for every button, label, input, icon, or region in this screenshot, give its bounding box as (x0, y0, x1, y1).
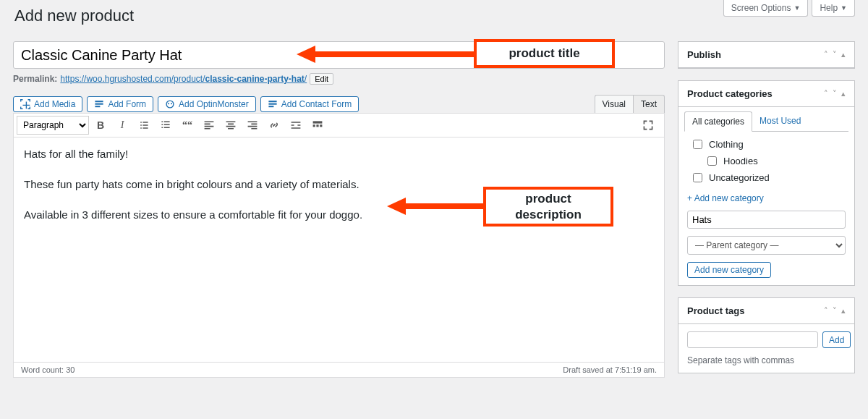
edit-permalink-button[interactable]: Edit (310, 73, 333, 85)
publish-metabox: Publish ˄ ˅ ▴ (678, 41, 855, 69)
link-button[interactable] (264, 116, 284, 135)
add-optinmonster-button[interactable]: Add OptinMonster (158, 96, 256, 112)
content-p3: Available in 3 different sizes to ensure… (24, 207, 654, 223)
product-title-input[interactable] (13, 41, 665, 69)
svg-rect-9 (313, 121, 323, 123)
add-contact-form-button[interactable]: Add Contact Form (260, 96, 359, 112)
more-button[interactable] (286, 116, 306, 135)
svg-rect-6 (268, 101, 276, 102)
tag-input[interactable] (687, 331, 818, 348)
svg-rect-1 (95, 103, 103, 104)
panel-down-icon[interactable]: ˅ (833, 89, 837, 98)
panel-up-icon[interactable]: ˄ (824, 89, 828, 98)
svg-rect-10 (313, 124, 315, 127)
editor-tab-text[interactable]: Text (633, 95, 665, 113)
fullscreen-button[interactable] (638, 116, 658, 135)
add-new-category-link[interactable]: + Add new category (687, 193, 764, 203)
align-right-button[interactable] (242, 116, 263, 135)
permalink-label: Permalink: (13, 74, 57, 84)
tab-all-categories[interactable]: All categories (684, 111, 752, 132)
svg-rect-0 (95, 101, 103, 102)
blockquote-button[interactable]: ““ (177, 116, 197, 135)
help-tab[interactable]: Help ▼ (812, 0, 855, 17)
add-tag-button[interactable]: Add (822, 331, 851, 348)
panel-toggle-icon[interactable]: ▴ (841, 89, 846, 98)
chevron-down-icon: ▼ (841, 4, 847, 12)
category-checkbox[interactable] (693, 173, 702, 182)
permalink-link[interactable]: https://woo.hgrushosted.com/product/clas… (60, 74, 307, 84)
align-center-button[interactable] (221, 116, 241, 135)
content-p2: These fun party hats come in bright colo… (24, 177, 654, 192)
tag-hint: Separate tags with commas (687, 355, 846, 365)
italic-button[interactable]: I (112, 116, 132, 135)
svg-rect-2 (95, 106, 101, 107)
category-checkbox[interactable] (693, 140, 702, 149)
contact-form-icon (268, 99, 278, 109)
tab-most-used[interactable]: Most Used (752, 111, 808, 131)
panel-down-icon[interactable]: ˅ (833, 50, 837, 59)
add-new-category-button[interactable]: Add new category (687, 262, 771, 278)
panel-up-icon[interactable]: ˄ (824, 50, 828, 59)
svg-point-5 (171, 103, 172, 104)
publish-title: Publish (687, 49, 824, 60)
category-item[interactable]: Clothing (690, 137, 846, 151)
panel-down-icon[interactable]: ˅ (833, 306, 837, 316)
add-form-button[interactable]: Add Form (87, 96, 153, 112)
new-category-input[interactable] (687, 211, 846, 229)
chevron-down-icon: ▼ (793, 4, 800, 12)
content-p1: Hats for all the family! (24, 146, 654, 162)
optinmonster-icon (165, 99, 175, 109)
product-description-editor[interactable]: Hats for all the family! These fun party… (14, 137, 664, 362)
panel-toggle-icon[interactable]: ▴ (841, 50, 846, 59)
media-icon (20, 99, 30, 109)
form-icon (94, 99, 104, 109)
help-label: Help (820, 3, 838, 13)
parent-category-select[interactable]: — Parent category — (687, 236, 846, 255)
screen-options-tab[interactable]: Screen Options ▼ (723, 0, 809, 17)
category-item[interactable]: Hoodies (705, 154, 846, 168)
svg-point-4 (168, 103, 169, 104)
svg-point-3 (166, 101, 174, 108)
svg-rect-11 (316, 124, 318, 127)
screen-options-label: Screen Options (731, 3, 791, 13)
numbered-list-button[interactable] (156, 116, 176, 135)
category-item[interactable]: Uncategorized (690, 171, 846, 185)
categories-title: Product categories (687, 88, 824, 99)
panel-up-icon[interactable]: ˄ (824, 306, 828, 316)
svg-rect-8 (268, 106, 273, 107)
editor-toolbar: Paragraph B I ““ (13, 113, 665, 137)
add-media-button[interactable]: Add Media (13, 96, 82, 112)
editor-tab-visual[interactable]: Visual (595, 95, 633, 113)
toolbar-toggle-button[interactable] (307, 116, 328, 135)
svg-rect-12 (320, 124, 322, 127)
word-count: Word count: 30 (21, 365, 75, 374)
bold-button[interactable]: B (90, 116, 111, 135)
tags-title: Product tags (687, 305, 824, 316)
category-checkbox[interactable] (707, 156, 717, 166)
svg-rect-7 (268, 103, 276, 104)
format-select[interactable]: Paragraph (17, 116, 89, 135)
bullet-list-button[interactable] (134, 116, 154, 135)
panel-toggle-icon[interactable]: ▴ (841, 306, 846, 316)
product-tags-metabox: Product tags ˄ ˅ ▴ Add Separate tags wit… (678, 297, 855, 373)
draft-saved: Draft saved at 7:51:19 am. (563, 365, 657, 374)
product-categories-metabox: Product categories ˄ ˅ ▴ All categories … (678, 80, 855, 286)
align-left-button[interactable] (199, 116, 219, 135)
